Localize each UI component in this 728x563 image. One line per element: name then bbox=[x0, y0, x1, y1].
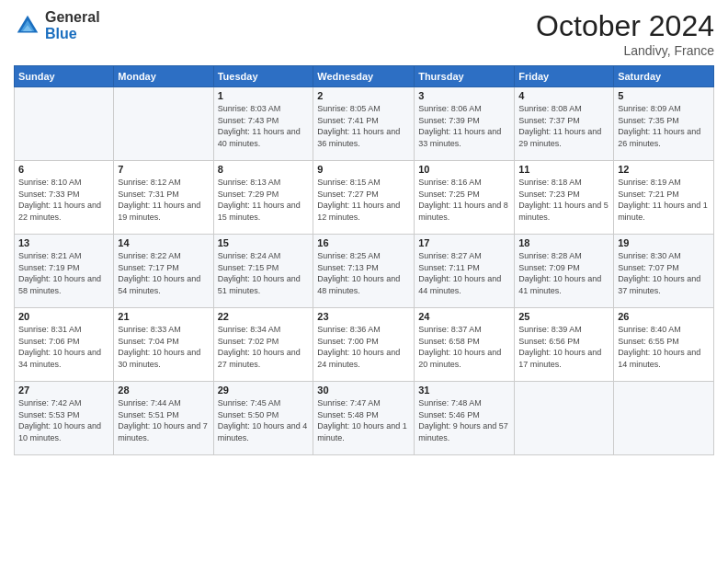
day-info: Sunrise: 8:16 AM Sunset: 7:25 PM Dayligh… bbox=[418, 177, 510, 223]
day-info: Sunrise: 8:10 AM Sunset: 7:33 PM Dayligh… bbox=[18, 177, 109, 223]
header-friday: Friday bbox=[515, 66, 614, 87]
calendar-cell: 24Sunrise: 8:37 AM Sunset: 6:58 PM Dayli… bbox=[415, 308, 515, 382]
day-number: 2 bbox=[317, 90, 410, 101]
day-number: 15 bbox=[218, 237, 310, 248]
calendar-cell: 31Sunrise: 7:48 AM Sunset: 5:46 PM Dayli… bbox=[415, 382, 515, 455]
day-number: 20 bbox=[18, 311, 109, 322]
day-info: Sunrise: 8:18 AM Sunset: 7:23 PM Dayligh… bbox=[518, 177, 609, 223]
day-number: 29 bbox=[218, 385, 310, 396]
day-info: Sunrise: 8:03 AM Sunset: 7:43 PM Dayligh… bbox=[218, 103, 310, 149]
day-number: 9 bbox=[317, 164, 410, 175]
day-number: 19 bbox=[618, 237, 710, 248]
logo-text: General Blue bbox=[45, 9, 100, 41]
day-number: 16 bbox=[317, 237, 410, 248]
day-number: 17 bbox=[418, 237, 510, 248]
logo: General Blue bbox=[14, 9, 100, 41]
day-info: Sunrise: 8:34 AM Sunset: 7:02 PM Dayligh… bbox=[218, 324, 310, 370]
day-info: Sunrise: 8:31 AM Sunset: 7:06 PM Dayligh… bbox=[18, 324, 109, 370]
week-row-4: 20Sunrise: 8:31 AM Sunset: 7:06 PM Dayli… bbox=[15, 308, 714, 382]
day-info: Sunrise: 8:05 AM Sunset: 7:41 PM Dayligh… bbox=[317, 103, 410, 149]
day-info: Sunrise: 7:48 AM Sunset: 5:46 PM Dayligh… bbox=[418, 397, 510, 443]
calendar-cell: 27Sunrise: 7:42 AM Sunset: 5:53 PM Dayli… bbox=[15, 382, 114, 455]
title-block: October 2024 Landivy, France bbox=[536, 9, 714, 58]
calendar-cell: 17Sunrise: 8:27 AM Sunset: 7:11 PM Dayli… bbox=[415, 235, 515, 308]
page: General Blue October 2024 Landivy, Franc… bbox=[0, 0, 728, 563]
logo-general-text: General bbox=[45, 9, 100, 26]
day-number: 7 bbox=[118, 164, 209, 175]
calendar-cell: 22Sunrise: 8:34 AM Sunset: 7:02 PM Dayli… bbox=[213, 308, 313, 382]
day-info: Sunrise: 8:19 AM Sunset: 7:21 PM Dayligh… bbox=[618, 177, 710, 223]
day-info: Sunrise: 8:28 AM Sunset: 7:09 PM Dayligh… bbox=[518, 250, 609, 296]
calendar-cell: 30Sunrise: 7:47 AM Sunset: 5:48 PM Dayli… bbox=[313, 382, 415, 455]
day-number: 22 bbox=[218, 311, 310, 322]
header-thursday: Thursday bbox=[415, 66, 515, 87]
day-info: Sunrise: 8:25 AM Sunset: 7:13 PM Dayligh… bbox=[317, 250, 410, 296]
calendar-cell: 29Sunrise: 7:45 AM Sunset: 5:50 PM Dayli… bbox=[213, 382, 313, 455]
calendar-body: 1Sunrise: 8:03 AM Sunset: 7:43 PM Daylig… bbox=[15, 87, 714, 455]
day-number: 4 bbox=[518, 90, 609, 101]
calendar-cell bbox=[614, 382, 714, 455]
calendar-cell: 20Sunrise: 8:31 AM Sunset: 7:06 PM Dayli… bbox=[15, 308, 114, 382]
logo-blue-text: Blue bbox=[45, 26, 100, 42]
header-saturday: Saturday bbox=[614, 66, 714, 87]
calendar-cell: 3Sunrise: 8:06 AM Sunset: 7:39 PM Daylig… bbox=[415, 87, 515, 161]
calendar-cell: 12Sunrise: 8:19 AM Sunset: 7:21 PM Dayli… bbox=[614, 161, 714, 235]
day-number: 8 bbox=[218, 164, 310, 175]
day-number: 24 bbox=[418, 311, 510, 322]
calendar-cell: 14Sunrise: 8:22 AM Sunset: 7:17 PM Dayli… bbox=[114, 235, 213, 308]
calendar-cell bbox=[515, 382, 614, 455]
day-number: 26 bbox=[618, 311, 710, 322]
header-sunday: Sunday bbox=[15, 66, 114, 87]
day-info: Sunrise: 8:15 AM Sunset: 7:27 PM Dayligh… bbox=[317, 177, 410, 223]
day-info: Sunrise: 8:21 AM Sunset: 7:19 PM Dayligh… bbox=[18, 250, 109, 296]
day-info: Sunrise: 8:39 AM Sunset: 6:56 PM Dayligh… bbox=[518, 324, 609, 370]
day-number: 3 bbox=[418, 90, 510, 101]
day-number: 12 bbox=[618, 164, 710, 175]
calendar-header: Sunday Monday Tuesday Wednesday Thursday… bbox=[15, 66, 714, 87]
day-info: Sunrise: 8:37 AM Sunset: 6:58 PM Dayligh… bbox=[418, 324, 510, 370]
day-number: 28 bbox=[118, 385, 209, 396]
day-info: Sunrise: 7:47 AM Sunset: 5:48 PM Dayligh… bbox=[317, 397, 410, 443]
day-number: 18 bbox=[518, 237, 609, 248]
logo-icon bbox=[14, 12, 41, 40]
location-subtitle: Landivy, France bbox=[536, 43, 714, 58]
day-info: Sunrise: 8:13 AM Sunset: 7:29 PM Dayligh… bbox=[218, 177, 310, 223]
week-row-3: 13Sunrise: 8:21 AM Sunset: 7:19 PM Dayli… bbox=[15, 235, 714, 308]
day-info: Sunrise: 7:42 AM Sunset: 5:53 PM Dayligh… bbox=[18, 397, 109, 443]
day-info: Sunrise: 7:44 AM Sunset: 5:51 PM Dayligh… bbox=[118, 397, 209, 443]
day-number: 30 bbox=[317, 385, 410, 396]
calendar-cell: 7Sunrise: 8:12 AM Sunset: 7:31 PM Daylig… bbox=[114, 161, 213, 235]
calendar-cell: 21Sunrise: 8:33 AM Sunset: 7:04 PM Dayli… bbox=[114, 308, 213, 382]
calendar-cell: 11Sunrise: 8:18 AM Sunset: 7:23 PM Dayli… bbox=[515, 161, 614, 235]
header-monday: Monday bbox=[114, 66, 213, 87]
calendar-cell bbox=[15, 87, 114, 161]
day-number: 31 bbox=[418, 385, 510, 396]
calendar-cell: 16Sunrise: 8:25 AM Sunset: 7:13 PM Dayli… bbox=[313, 235, 415, 308]
calendar-cell: 13Sunrise: 8:21 AM Sunset: 7:19 PM Dayli… bbox=[15, 235, 114, 308]
calendar-cell: 5Sunrise: 8:09 AM Sunset: 7:35 PM Daylig… bbox=[614, 87, 714, 161]
calendar-cell: 8Sunrise: 8:13 AM Sunset: 7:29 PM Daylig… bbox=[213, 161, 313, 235]
day-info: Sunrise: 8:22 AM Sunset: 7:17 PM Dayligh… bbox=[118, 250, 209, 296]
day-number: 6 bbox=[18, 164, 109, 175]
calendar-cell: 26Sunrise: 8:40 AM Sunset: 6:55 PM Dayli… bbox=[614, 308, 714, 382]
week-row-2: 6Sunrise: 8:10 AM Sunset: 7:33 PM Daylig… bbox=[15, 161, 714, 235]
header-row: Sunday Monday Tuesday Wednesday Thursday… bbox=[15, 66, 714, 87]
calendar-cell: 23Sunrise: 8:36 AM Sunset: 7:00 PM Dayli… bbox=[313, 308, 415, 382]
calendar-cell: 10Sunrise: 8:16 AM Sunset: 7:25 PM Dayli… bbox=[415, 161, 515, 235]
day-number: 25 bbox=[518, 311, 609, 322]
header: General Blue October 2024 Landivy, Franc… bbox=[14, 9, 714, 58]
day-number: 1 bbox=[218, 90, 310, 101]
month-title: October 2024 bbox=[536, 9, 714, 43]
calendar-cell: 2Sunrise: 8:05 AM Sunset: 7:41 PM Daylig… bbox=[313, 87, 415, 161]
day-number: 23 bbox=[317, 311, 410, 322]
calendar-cell: 19Sunrise: 8:30 AM Sunset: 7:07 PM Dayli… bbox=[614, 235, 714, 308]
calendar-cell: 6Sunrise: 8:10 AM Sunset: 7:33 PM Daylig… bbox=[15, 161, 114, 235]
day-info: Sunrise: 8:24 AM Sunset: 7:15 PM Dayligh… bbox=[218, 250, 310, 296]
header-tuesday: Tuesday bbox=[213, 66, 313, 87]
day-info: Sunrise: 8:40 AM Sunset: 6:55 PM Dayligh… bbox=[618, 324, 710, 370]
week-row-1: 1Sunrise: 8:03 AM Sunset: 7:43 PM Daylig… bbox=[15, 87, 714, 161]
day-info: Sunrise: 7:45 AM Sunset: 5:50 PM Dayligh… bbox=[218, 397, 310, 443]
day-number: 14 bbox=[118, 237, 209, 248]
calendar-cell: 25Sunrise: 8:39 AM Sunset: 6:56 PM Dayli… bbox=[515, 308, 614, 382]
calendar-cell bbox=[114, 87, 213, 161]
